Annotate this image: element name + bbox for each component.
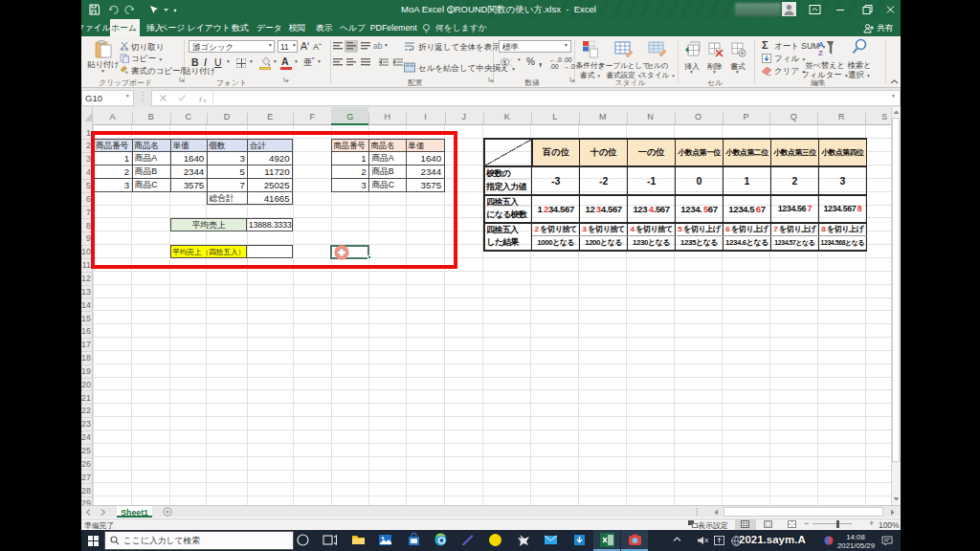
svg-text:x: x [203,96,207,102]
svg-text:$: $ [503,58,507,65]
svg-text:f: f [199,95,203,102]
svg-text:Z: Z [818,49,823,56]
